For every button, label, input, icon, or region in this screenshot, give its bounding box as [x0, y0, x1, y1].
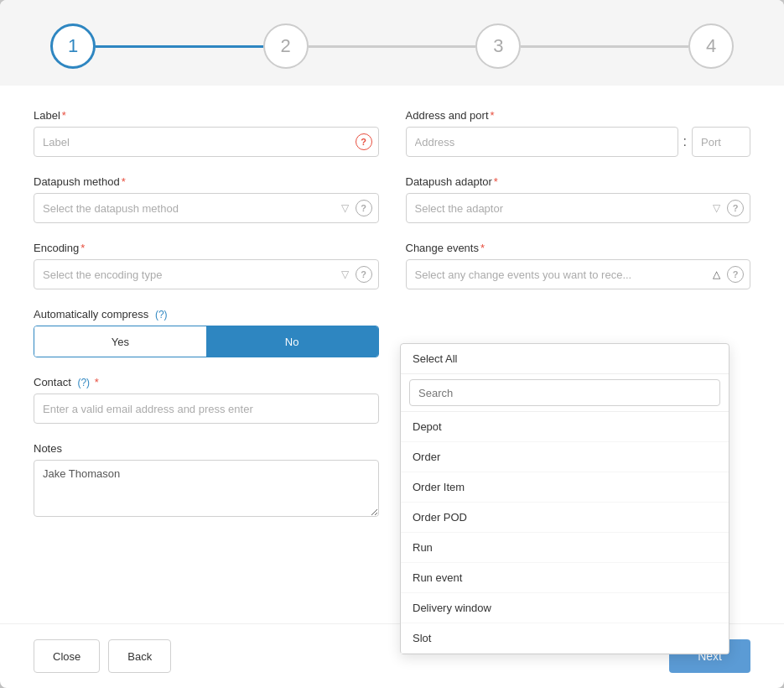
datapush-adaptor-required: *: [494, 175, 498, 188]
notes-textarea[interactable]: Jake Thomason: [34, 460, 379, 517]
label-group: Label* ?: [34, 109, 379, 157]
notes-label: Notes: [34, 442, 379, 455]
contact-input[interactable]: [34, 394, 379, 424]
compress-no-button[interactable]: No: [206, 326, 378, 357]
colon-separator: :: [683, 134, 687, 149]
encoding-group: Encoding* Select the encoding type ▽ ?: [34, 242, 379, 289]
step-3[interactable]: 3: [475, 23, 521, 69]
encoding-required: *: [80, 242, 85, 254]
row-encoding-events: Encoding* Select the encoding type ▽ ? C…: [34, 242, 750, 289]
step-line-2-3: [309, 45, 476, 48]
encoding-label: Encoding*: [34, 242, 379, 254]
address-port-row: :: [406, 127, 751, 157]
row-label-address: Label* ? Address and port* :: [34, 109, 750, 157]
dropdown-item[interactable]: Run: [401, 533, 729, 563]
contact-required: *: [95, 376, 99, 388]
dropdown-item[interactable]: Slot: [401, 623, 729, 654]
label-input-wrap: ?: [34, 127, 379, 157]
datapush-method-select-wrap: Select the datapush method ▽ ?: [34, 193, 379, 223]
select-all-option[interactable]: Select All: [401, 344, 729, 374]
datapush-method-required: *: [122, 175, 126, 188]
compress-optional: (?): [155, 309, 168, 321]
change-events-help-button[interactable]: ?: [727, 266, 744, 283]
label-help-button[interactable]: ?: [356, 133, 372, 150]
footer-left: Close Back: [34, 639, 171, 673]
label-input[interactable]: [34, 127, 379, 157]
contact-group: Contact (?) *: [34, 376, 379, 424]
address-input[interactable]: [406, 127, 678, 157]
encoding-select-wrap: Select the encoding type ▽ ?: [34, 259, 379, 289]
dropdown-item[interactable]: Order Item: [401, 472, 729, 503]
change-events-select-wrap: Select any change events you want to rec…: [406, 259, 751, 289]
dropdown-item[interactable]: Order: [401, 442, 729, 472]
step-2[interactable]: 2: [263, 23, 309, 69]
address-field-label: Address and port*: [406, 109, 751, 122]
datapush-method-select[interactable]: Select the datapush method: [34, 193, 379, 223]
dropdown-search-input[interactable]: [409, 379, 720, 406]
change-events-select[interactable]: Select any change events you want to rec…: [406, 259, 751, 289]
notes-group: Notes Jake Thomason: [34, 442, 379, 517]
encoding-select[interactable]: Select the encoding type: [34, 259, 379, 289]
close-button[interactable]: Close: [34, 639, 100, 673]
datapush-method-help-button[interactable]: ?: [356, 200, 372, 216]
compress-group: Automatically compress (?) Yes No: [34, 308, 379, 357]
dropdown-search-wrap: [401, 374, 729, 412]
dropdown-list: DepotOrderOrder ItemOrder PODRunRun even…: [401, 412, 729, 654]
datapush-adaptor-select-wrap: Select the adaptor ▽ ?: [406, 193, 751, 223]
compress-toggle-group: Yes No: [34, 326, 379, 357]
change-events-required: *: [480, 242, 485, 254]
row-datapush: Datapush method* Select the datapush met…: [34, 175, 750, 223]
port-input[interactable]: [692, 127, 750, 157]
address-required: *: [491, 109, 495, 122]
compress-yes-button[interactable]: Yes: [34, 326, 206, 357]
change-events-group: Change events* Select any change events …: [406, 242, 751, 289]
dropdown-item[interactable]: Depot: [401, 412, 729, 442]
change-events-dropdown: Select All DepotOrderOrder ItemOrder POD…: [400, 343, 729, 654]
label-field-label: Label*: [34, 109, 379, 122]
datapush-adaptor-label: Datapush adaptor*: [406, 175, 751, 188]
dropdown-item[interactable]: Run event: [401, 563, 729, 593]
encoding-help-button[interactable]: ?: [356, 266, 372, 283]
label-required: *: [62, 109, 66, 122]
back-button[interactable]: Back: [108, 639, 171, 673]
step-line-1-2: [96, 45, 263, 48]
datapush-method-group: Datapush method* Select the datapush met…: [34, 175, 379, 223]
dropdown-item[interactable]: Order POD: [401, 503, 729, 533]
step-line-3-4: [521, 45, 688, 48]
contact-label: Contact (?) *: [34, 376, 379, 388]
datapush-adaptor-help-button[interactable]: ?: [727, 200, 744, 216]
change-events-label: Change events*: [406, 242, 751, 254]
contact-optional: (?): [77, 377, 90, 388]
dropdown-item[interactable]: Delivery window: [401, 593, 729, 623]
modal: 1 2 3 4 Label* ?: [0, 0, 784, 688]
step-4[interactable]: 4: [688, 23, 734, 69]
form-content: Label* ? Address and port* :: [0, 86, 784, 623]
datapush-method-label: Datapush method*: [34, 175, 379, 188]
datapush-adaptor-select[interactable]: Select the adaptor: [406, 193, 751, 223]
datapush-adaptor-group: Datapush adaptor* Select the adaptor ▽ ?: [406, 175, 751, 223]
address-group: Address and port* :: [406, 109, 751, 157]
step-1[interactable]: 1: [50, 23, 96, 69]
stepper: 1 2 3 4: [0, 0, 784, 86]
compress-label: Automatically compress (?): [34, 308, 379, 321]
